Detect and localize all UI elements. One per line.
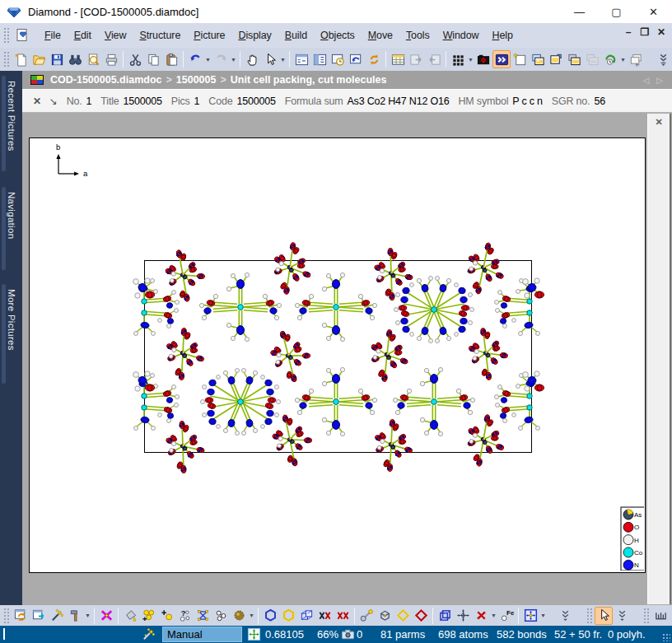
breadcrumb-part[interactable]: Unit cell packing, cut molecules xyxy=(231,74,387,86)
molecule-cluster-cross[interactable] xyxy=(199,273,281,341)
history-green-button[interactable] xyxy=(601,50,619,68)
hexagon-blue-button[interactable] xyxy=(261,607,279,625)
hammer-button[interactable] xyxy=(66,607,84,625)
toolbar-grip[interactable] xyxy=(3,51,9,68)
document-close-icon[interactable]: ✕ xyxy=(652,116,665,129)
window-refresh-button[interactable] xyxy=(12,607,30,625)
chevron-overflow-button[interactable] xyxy=(654,50,672,68)
atom-add-button[interactable] xyxy=(157,607,175,625)
menu-build[interactable]: Build xyxy=(278,26,314,44)
print-button[interactable] xyxy=(102,50,120,68)
copy-button[interactable] xyxy=(144,50,162,68)
sheet-prev-button[interactable] xyxy=(425,50,443,68)
data-grid-dropdown-arrow[interactable]: ▼ xyxy=(467,50,474,68)
panel-tree-button[interactable] xyxy=(292,50,310,68)
panel-split-button[interactable] xyxy=(310,50,329,68)
atom-question-button[interactable]: ? xyxy=(175,607,194,625)
sphere-packing-button[interactable] xyxy=(230,607,248,625)
ring-red-button[interactable] xyxy=(412,607,430,625)
wizard-button[interactable] xyxy=(48,607,66,625)
panel-history-button[interactable] xyxy=(329,50,347,68)
resize-grip[interactable] xyxy=(662,633,670,641)
find-button[interactable] xyxy=(66,50,84,68)
picture-in-folder-button[interactable] xyxy=(529,50,547,68)
menu-help[interactable]: Help xyxy=(486,26,520,44)
toolbar-grip[interactable] xyxy=(3,608,9,624)
move-tool-dropdown-arrow[interactable]: ▼ xyxy=(539,607,547,625)
window-restore-button[interactable] xyxy=(627,50,645,68)
molecule-cluster-star[interactable] xyxy=(371,418,415,473)
molecule-cluster-wheel[interactable] xyxy=(394,277,474,343)
picture-folder-button[interactable] xyxy=(474,50,492,68)
fe-atom-button[interactable]: Fe xyxy=(497,607,516,625)
molecule-cluster-star[interactable] xyxy=(268,240,316,298)
menu-edit[interactable]: Edit xyxy=(68,26,98,44)
molecule-cluster-frag[interactable] xyxy=(523,371,544,391)
menu-structure[interactable]: Structure xyxy=(133,26,187,44)
data-grid-button[interactable] xyxy=(449,50,467,68)
minimize-button[interactable]: — xyxy=(561,0,598,23)
select-arrow-button[interactable] xyxy=(261,50,279,68)
redo-button[interactable] xyxy=(212,50,230,68)
close-button[interactable]: ✕ xyxy=(635,0,672,23)
undo-button[interactable] xyxy=(186,50,204,68)
cell-box-button[interactable] xyxy=(436,607,454,625)
panel-refresh-button[interactable] xyxy=(365,50,383,68)
molecule-cluster-cross[interactable] xyxy=(295,367,376,436)
toolbar-grip[interactable] xyxy=(586,608,592,624)
ring-yellow-button[interactable] xyxy=(394,607,412,625)
molecule-cluster-star[interactable] xyxy=(266,326,315,385)
fill-bucket-button[interactable] xyxy=(121,607,139,625)
document-icon[interactable] xyxy=(15,28,30,43)
axes-diamond-button[interactable] xyxy=(454,607,472,625)
molecule-cluster-star[interactable] xyxy=(466,326,510,381)
hexagon-yellow-button[interactable] xyxy=(279,607,297,625)
net-edit-button[interactable] xyxy=(376,607,394,625)
mdi-restore-button[interactable]: ❐ xyxy=(639,26,651,38)
move-tool-button[interactable] xyxy=(521,607,539,625)
menu-move[interactable]: Move xyxy=(362,26,399,44)
panel-restore-button[interactable] xyxy=(347,50,365,68)
breadcrumb-part[interactable]: 1500005 xyxy=(176,74,217,86)
mdi-minimize-button[interactable]: – xyxy=(623,26,634,38)
chevron-small-button[interactable] xyxy=(556,607,574,625)
undo-dropdown-arrow[interactable]: ▼ xyxy=(204,50,212,68)
bonds-delete-button[interactable] xyxy=(472,607,490,625)
paste-button[interactable] xyxy=(162,50,180,68)
chevron-small-button[interactable] xyxy=(613,607,631,625)
net-destroy-button[interactable] xyxy=(194,607,212,625)
menu-display[interactable]: Display xyxy=(231,26,278,44)
molecule-cluster-cross[interactable] xyxy=(393,367,474,436)
print-preview-button[interactable] xyxy=(84,50,102,68)
xx-dark-button[interactable] xyxy=(315,607,334,625)
mdi-close-button[interactable]: ✕ xyxy=(656,26,667,38)
infobar-close-icon[interactable]: ✕ xyxy=(33,96,41,107)
breadcrumb-part[interactable]: COD-1500005.diamdoc xyxy=(50,74,161,86)
picture-arrange-button[interactable] xyxy=(547,50,565,68)
molecule-cluster-cross[interactable] xyxy=(295,273,376,341)
breadcrumb-nav-arrows[interactable]: ◁ ▷ xyxy=(643,76,665,85)
molecule-cluster-star[interactable] xyxy=(166,421,205,473)
sidebar-tab-more-pictures[interactable]: More Pictures xyxy=(0,282,22,385)
save-document-button[interactable] xyxy=(48,50,66,68)
maximize-button[interactable]: ▢ xyxy=(598,0,635,23)
menu-tools[interactable]: Tools xyxy=(399,26,436,44)
new-picture-button[interactable] xyxy=(511,50,529,68)
history-green-dropdown-arrow[interactable]: ▼ xyxy=(619,50,627,68)
molecule-cluster-star[interactable] xyxy=(460,239,511,299)
measure-ruler-button[interactable] xyxy=(651,607,670,625)
molecule-cluster-wheel[interactable] xyxy=(201,369,281,436)
infobar-popout-icon[interactable]: ↘ xyxy=(49,96,58,107)
sheet-next-button[interactable] xyxy=(407,50,425,68)
cube-stack-button[interactable] xyxy=(297,607,315,625)
open-document-button[interactable] xyxy=(30,50,48,68)
molecule-cluster-star[interactable] xyxy=(366,328,413,384)
sidebar-tab-navigation[interactable]: Navigation xyxy=(0,185,22,272)
molecule-cluster-star[interactable] xyxy=(163,327,207,382)
molecule-cluster-frag[interactable] xyxy=(523,278,544,298)
menu-file[interactable]: File xyxy=(38,26,68,44)
bonds-delete-dropdown-arrow[interactable]: ▼ xyxy=(490,607,497,625)
pointer-mode-button[interactable] xyxy=(595,607,613,625)
menu-objects[interactable]: Objects xyxy=(314,26,362,44)
redo-dropdown-arrow[interactable]: ▼ xyxy=(230,50,237,68)
